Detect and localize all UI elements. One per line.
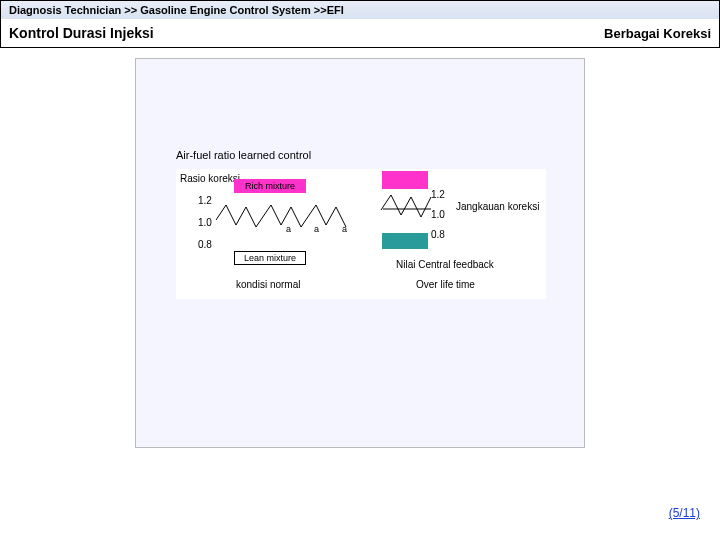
label-a: a: [314, 224, 319, 234]
column-overlife-label: Over life time: [416, 279, 475, 290]
tick-0.8: 0.8: [198, 239, 212, 250]
page-title: Kontrol Durasi Injeksi: [9, 25, 154, 41]
correction-range-label: Jangkauan koreksi: [456, 201, 539, 212]
label-a: a: [286, 224, 291, 234]
tick-right-1.2: 1.2: [431, 189, 445, 200]
lean-mixture-box: Lean mixture: [234, 251, 306, 265]
breadcrumb: Diagnosis Technician >> Gasoline Engine …: [1, 1, 719, 19]
tick-1.0: 1.0: [198, 217, 212, 228]
column-normal-label: kondisi normal: [236, 279, 300, 290]
tick-1.2: 1.2: [198, 195, 212, 206]
page-subtitle: Berbagai Koreksi: [604, 26, 711, 41]
magenta-indicator-top: [382, 171, 428, 189]
waveform-chart: [216, 195, 436, 245]
page-number-link[interactable]: (5/11): [669, 506, 700, 520]
tick-right-0.8: 0.8: [431, 229, 445, 240]
feedback-label: Nilai Central feedback: [396, 259, 494, 270]
section-label: Air-fuel ratio learned control: [176, 149, 311, 161]
tick-right-1.0: 1.0: [431, 209, 445, 220]
y-axis-label-left: Rasio koreksi: [180, 173, 240, 184]
content-frame: Air-fuel ratio learned control Rasio kor…: [135, 58, 585, 448]
label-a: a: [342, 224, 347, 234]
rich-mixture-box: Rich mixture: [234, 179, 306, 193]
diagram: Rasio koreksi 1.2 1.0 0.8 Rich mixture L…: [176, 169, 546, 299]
